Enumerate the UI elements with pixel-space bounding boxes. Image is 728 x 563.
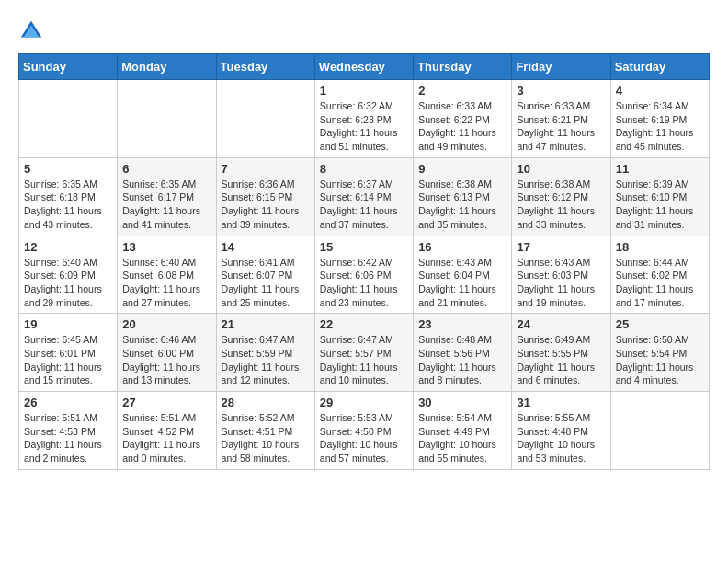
day-info: Sunrise: 6:48 AM Sunset: 5:56 PM Dayligh… <box>418 333 506 387</box>
day-info: Sunrise: 6:38 AM Sunset: 6:12 PM Dayligh… <box>517 178 605 232</box>
calendar-cell: 29Sunrise: 5:53 AM Sunset: 4:50 PM Dayli… <box>314 392 413 470</box>
day-number: 16 <box>418 240 506 254</box>
calendar-cell: 7Sunrise: 6:36 AM Sunset: 6:15 PM Daylig… <box>216 157 314 236</box>
calendar-cell <box>216 80 314 158</box>
day-of-week-header: Sunday <box>19 54 118 80</box>
calendar-cell <box>118 80 216 158</box>
day-number: 4 <box>616 84 704 98</box>
day-info: Sunrise: 6:44 AM Sunset: 6:02 PM Dayligh… <box>616 256 704 310</box>
day-number: 5 <box>24 162 112 176</box>
day-number: 14 <box>222 240 310 254</box>
day-info: Sunrise: 6:47 AM Sunset: 5:57 PM Dayligh… <box>320 333 408 387</box>
calendar-cell: 16Sunrise: 6:43 AM Sunset: 6:04 PM Dayli… <box>414 236 512 314</box>
day-info: Sunrise: 6:34 AM Sunset: 6:19 PM Dayligh… <box>616 99 704 154</box>
day-number: 6 <box>122 162 210 176</box>
calendar-cell: 24Sunrise: 6:49 AM Sunset: 5:55 PM Dayli… <box>512 314 610 392</box>
calendar-table: SundayMondayTuesdayWednesdayThursdayFrid… <box>18 53 710 470</box>
calendar-cell: 15Sunrise: 6:42 AM Sunset: 6:06 PM Dayli… <box>314 236 413 314</box>
day-info: Sunrise: 5:55 AM Sunset: 4:48 PM Dayligh… <box>517 411 605 465</box>
day-number: 10 <box>517 162 605 176</box>
day-info: Sunrise: 6:46 AM Sunset: 6:00 PM Dayligh… <box>122 333 210 387</box>
day-number: 17 <box>517 240 605 254</box>
day-info: Sunrise: 5:51 AM Sunset: 4:52 PM Dayligh… <box>122 411 210 465</box>
day-number: 9 <box>418 162 506 176</box>
day-number: 24 <box>517 317 605 331</box>
calendar-week-row: 12Sunrise: 6:40 AM Sunset: 6:09 PM Dayli… <box>19 236 710 314</box>
logo <box>18 18 48 44</box>
calendar-cell: 27Sunrise: 5:51 AM Sunset: 4:52 PM Dayli… <box>118 392 216 470</box>
day-number: 13 <box>122 240 210 254</box>
calendar-cell: 19Sunrise: 6:45 AM Sunset: 6:01 PM Dayli… <box>19 314 118 392</box>
day-info: Sunrise: 5:53 AM Sunset: 4:50 PM Dayligh… <box>320 411 408 465</box>
calendar-cell: 1Sunrise: 6:32 AM Sunset: 6:23 PM Daylig… <box>314 80 413 158</box>
day-number: 21 <box>222 317 310 331</box>
day-number: 23 <box>418 317 506 331</box>
calendar-header-row: SundayMondayTuesdayWednesdayThursdayFrid… <box>19 54 710 80</box>
calendar-cell: 10Sunrise: 6:38 AM Sunset: 6:12 PM Dayli… <box>512 157 610 236</box>
day-number: 22 <box>320 317 408 331</box>
day-number: 25 <box>616 317 704 331</box>
logo-icon <box>18 18 44 44</box>
day-info: Sunrise: 6:35 AM Sunset: 6:17 PM Dayligh… <box>122 178 210 232</box>
calendar-cell: 3Sunrise: 6:33 AM Sunset: 6:21 PM Daylig… <box>512 80 610 158</box>
calendar-cell <box>610 392 709 470</box>
day-info: Sunrise: 6:39 AM Sunset: 6:10 PM Dayligh… <box>616 178 704 232</box>
day-number: 2 <box>418 84 506 98</box>
day-info: Sunrise: 6:33 AM Sunset: 6:22 PM Dayligh… <box>418 99 506 154</box>
calendar-cell: 8Sunrise: 6:37 AM Sunset: 6:14 PM Daylig… <box>314 157 413 236</box>
calendar-cell: 11Sunrise: 6:39 AM Sunset: 6:10 PM Dayli… <box>610 157 709 236</box>
day-number: 31 <box>517 396 605 409</box>
day-info: Sunrise: 6:36 AM Sunset: 6:15 PM Dayligh… <box>222 178 310 232</box>
calendar-cell: 13Sunrise: 6:40 AM Sunset: 6:08 PM Dayli… <box>118 236 216 314</box>
calendar-cell: 30Sunrise: 5:54 AM Sunset: 4:49 PM Dayli… <box>414 392 512 470</box>
calendar-cell: 6Sunrise: 6:35 AM Sunset: 6:17 PM Daylig… <box>118 157 216 236</box>
calendar-cell: 21Sunrise: 6:47 AM Sunset: 5:59 PM Dayli… <box>216 314 314 392</box>
day-of-week-header: Monday <box>118 54 216 80</box>
day-of-week-header: Saturday <box>610 54 709 80</box>
day-info: Sunrise: 6:32 AM Sunset: 6:23 PM Dayligh… <box>320 99 408 154</box>
day-number: 3 <box>517 84 605 98</box>
day-number: 26 <box>24 396 112 409</box>
calendar-cell: 14Sunrise: 6:41 AM Sunset: 6:07 PM Dayli… <box>216 236 314 314</box>
day-info: Sunrise: 6:40 AM Sunset: 6:08 PM Dayligh… <box>122 256 210 310</box>
day-number: 28 <box>222 396 310 409</box>
day-of-week-header: Wednesday <box>314 54 413 80</box>
day-info: Sunrise: 6:49 AM Sunset: 5:55 PM Dayligh… <box>517 333 605 387</box>
calendar-cell: 5Sunrise: 6:35 AM Sunset: 6:18 PM Daylig… <box>19 157 118 236</box>
calendar-week-row: 1Sunrise: 6:32 AM Sunset: 6:23 PM Daylig… <box>19 80 710 158</box>
calendar-week-row: 26Sunrise: 5:51 AM Sunset: 4:53 PM Dayli… <box>19 392 710 470</box>
calendar-cell: 2Sunrise: 6:33 AM Sunset: 6:22 PM Daylig… <box>414 80 512 158</box>
day-number: 11 <box>616 162 704 176</box>
calendar-cell: 23Sunrise: 6:48 AM Sunset: 5:56 PM Dayli… <box>414 314 512 392</box>
calendar-cell: 28Sunrise: 5:52 AM Sunset: 4:51 PM Dayli… <box>216 392 314 470</box>
day-number: 1 <box>320 84 408 98</box>
day-info: Sunrise: 5:51 AM Sunset: 4:53 PM Dayligh… <box>24 411 112 465</box>
day-number: 12 <box>24 240 112 254</box>
day-info: Sunrise: 6:43 AM Sunset: 6:03 PM Dayligh… <box>517 256 605 310</box>
day-of-week-header: Friday <box>512 54 610 80</box>
calendar-cell: 31Sunrise: 5:55 AM Sunset: 4:48 PM Dayli… <box>512 392 610 470</box>
day-info: Sunrise: 6:50 AM Sunset: 5:54 PM Dayligh… <box>616 333 704 387</box>
calendar-cell: 20Sunrise: 6:46 AM Sunset: 6:00 PM Dayli… <box>118 314 216 392</box>
calendar-week-row: 5Sunrise: 6:35 AM Sunset: 6:18 PM Daylig… <box>19 157 710 236</box>
calendar-week-row: 19Sunrise: 6:45 AM Sunset: 6:01 PM Dayli… <box>19 314 710 392</box>
day-number: 15 <box>320 240 408 254</box>
day-number: 29 <box>320 396 408 409</box>
calendar-cell: 18Sunrise: 6:44 AM Sunset: 6:02 PM Dayli… <box>610 236 709 314</box>
calendar-cell: 9Sunrise: 6:38 AM Sunset: 6:13 PM Daylig… <box>414 157 512 236</box>
day-info: Sunrise: 6:38 AM Sunset: 6:13 PM Dayligh… <box>418 178 506 232</box>
day-number: 18 <box>616 240 704 254</box>
day-number: 19 <box>24 317 112 331</box>
day-info: Sunrise: 6:43 AM Sunset: 6:04 PM Dayligh… <box>418 256 506 310</box>
day-info: Sunrise: 6:45 AM Sunset: 6:01 PM Dayligh… <box>24 333 112 387</box>
day-number: 30 <box>418 396 506 409</box>
calendar-cell <box>19 80 118 158</box>
day-number: 8 <box>320 162 408 176</box>
calendar-cell: 22Sunrise: 6:47 AM Sunset: 5:57 PM Dayli… <box>314 314 413 392</box>
day-number: 27 <box>122 396 210 409</box>
day-info: Sunrise: 6:40 AM Sunset: 6:09 PM Dayligh… <box>24 256 112 310</box>
calendar-cell: 25Sunrise: 6:50 AM Sunset: 5:54 PM Dayli… <box>610 314 709 392</box>
day-info: Sunrise: 6:42 AM Sunset: 6:06 PM Dayligh… <box>320 256 408 310</box>
day-info: Sunrise: 6:37 AM Sunset: 6:14 PM Dayligh… <box>320 178 408 232</box>
calendar-cell: 26Sunrise: 5:51 AM Sunset: 4:53 PM Dayli… <box>19 392 118 470</box>
